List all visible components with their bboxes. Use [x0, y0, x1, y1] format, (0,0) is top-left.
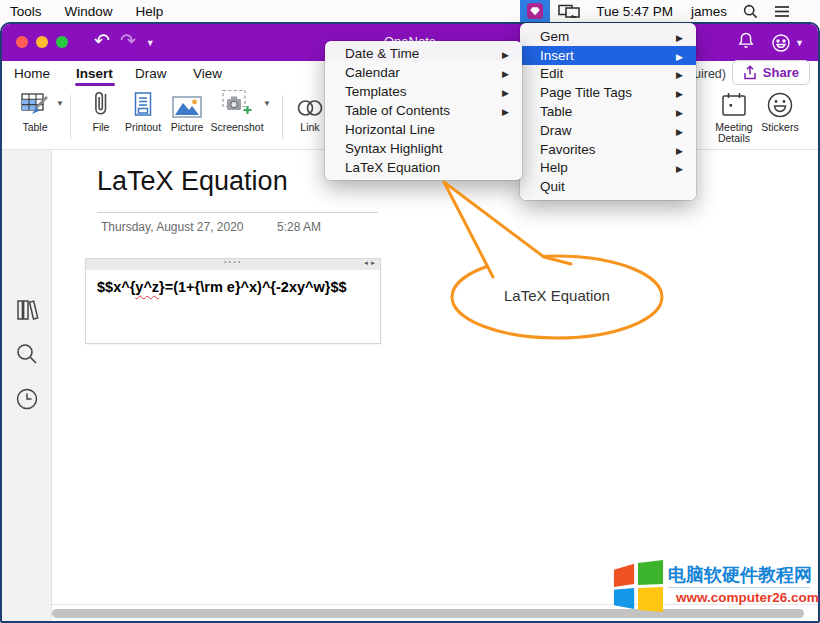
printout-icon	[120, 87, 166, 119]
notebooks-icon[interactable]	[15, 298, 39, 326]
gem-menu-item-edit[interactable]: Edit	[520, 65, 696, 84]
file-button[interactable]: File	[82, 87, 120, 133]
redo-icon[interactable]: ↷	[120, 29, 136, 52]
table-button[interactable]: Table ▼	[10, 87, 60, 133]
table-icon	[10, 87, 60, 119]
close-window-button[interactable]	[16, 36, 28, 48]
menubar-item-window[interactable]: Window	[65, 4, 126, 19]
page-title[interactable]: LaTeX Equation	[97, 166, 288, 197]
tab-draw[interactable]: Draw	[135, 66, 167, 81]
link-icon	[290, 87, 330, 119]
account-chevron-icon: ▼	[795, 38, 804, 48]
share-button[interactable]: Share	[732, 60, 810, 85]
submenu-arrow-icon	[673, 104, 683, 119]
watermark-divider	[668, 587, 810, 588]
submenu-arrow-icon	[499, 84, 509, 99]
undo-icon[interactable]: ↶	[94, 29, 110, 52]
submenu-item-horizontal-line[interactable]: Horizontal Line	[325, 120, 522, 139]
spotlight-search-icon[interactable]	[743, 4, 758, 19]
share-icon	[743, 65, 757, 80]
callout-label: LaTeX Equation	[457, 287, 657, 304]
submenu-arrow-icon	[499, 103, 509, 118]
search-icon[interactable]	[15, 342, 39, 370]
tab-view[interactable]: View	[193, 66, 222, 81]
paperclip-icon	[82, 87, 120, 119]
menubar-item-tools[interactable]: Tools	[10, 4, 55, 19]
printout-button[interactable]: Printout	[120, 87, 166, 133]
submenu-item-templates[interactable]: Templates	[325, 82, 522, 101]
stickers-icon	[758, 87, 802, 119]
gem-menu-item-table[interactable]: Table	[520, 102, 696, 121]
submenu-arrow-icon	[673, 48, 683, 63]
stickers-button[interactable]: Stickers	[758, 87, 802, 133]
screenshot-chevron-icon[interactable]: ▼	[263, 99, 271, 108]
submenu-arrow-icon	[673, 142, 683, 157]
gem-menu-item-favorites[interactable]: Favorites	[520, 140, 696, 159]
latex-equation-text[interactable]: $$x^{y^z}=(1+{\rm e}^x)^{-2xy^w}$$	[86, 270, 380, 295]
active-tab-underline	[75, 83, 115, 86]
notifications-bell-icon[interactable]	[737, 31, 755, 55]
quick-access-chevron-icon[interactable]: ▼	[146, 38, 155, 48]
submenu-arrow-icon	[673, 29, 683, 44]
submenu-arrow-icon	[673, 66, 683, 81]
note-container-drag-handle[interactable]	[86, 259, 380, 270]
menubar-item-help[interactable]: Help	[136, 4, 177, 19]
note-container[interactable]: $$x^{y^z}=(1+{\rm e}^x)^{-2xy^w}$$	[85, 258, 381, 344]
gem-menu-item-page-title-tags[interactable]: Page Title Tags	[520, 83, 696, 102]
recent-notes-clock-icon[interactable]	[15, 387, 39, 415]
displays-status-icon[interactable]	[558, 4, 582, 19]
submenu-item-syntax-highlight[interactable]: Syntax Highlight	[325, 139, 522, 158]
account-smiley-icon[interactable]: ▼	[771, 33, 804, 53]
submenu-item-latex-equation[interactable]: LaTeX Equation	[325, 158, 522, 177]
table-chevron-icon[interactable]: ▼	[56, 99, 64, 108]
page-date: Thursday, August 27, 2020	[101, 220, 244, 234]
meeting-details-icon	[710, 87, 758, 119]
gem-icon	[527, 3, 543, 19]
gem-statusbar-icon[interactable]	[520, 0, 550, 22]
gem-menu-item-insert[interactable]: Insert	[520, 46, 696, 65]
watermark-logo-icon	[612, 559, 664, 617]
page-canvas[interactable]: LaTeX Equation Thursday, August 27, 2020…	[53, 150, 818, 621]
tab-home[interactable]: Home	[14, 66, 50, 81]
zoom-window-button[interactable]	[56, 36, 68, 48]
submenu-arrow-icon	[499, 65, 509, 80]
gem-menu-item-help[interactable]: Help	[520, 159, 696, 178]
gem-menu-item-gem[interactable]: Gem	[520, 27, 696, 46]
submenu-item-date-time[interactable]: Date & Time	[325, 44, 522, 63]
clipped-upgrade-text: uired)	[694, 67, 726, 81]
submenu-arrow-icon	[673, 160, 683, 175]
left-sidebar	[2, 150, 52, 621]
page-time: 5:28 AM	[277, 220, 321, 234]
picture-icon	[166, 87, 208, 119]
macos-menubar: Tools Window Help Tue 5:47 PM james	[0, 0, 820, 22]
gem-menu: Gem Insert Edit Page Title Tags Table Dr…	[520, 23, 696, 200]
misspelled-segment: y^z	[135, 279, 159, 295]
watermark-url[interactable]: www.computer26.com	[676, 590, 819, 605]
minimize-window-button[interactable]	[36, 36, 48, 48]
menubar-clock[interactable]: Tue 5:47 PM	[596, 4, 673, 19]
submenu-arrow-icon	[673, 85, 683, 100]
link-button[interactable]: Link	[290, 87, 330, 133]
gem-menu-item-quit[interactable]: Quit	[520, 177, 696, 196]
horizontal-scrollbar[interactable]	[52, 609, 804, 618]
watermark-title: 电脑软硬件教程网	[668, 563, 812, 587]
gem-menu-item-draw[interactable]: Draw	[520, 121, 696, 140]
picture-button[interactable]: Picture	[166, 87, 208, 133]
submenu-arrow-icon	[499, 46, 509, 61]
menubar-user[interactable]: james	[691, 4, 727, 19]
title-divider	[97, 212, 378, 213]
submenu-item-calendar[interactable]: Calendar	[325, 63, 522, 82]
submenu-item-table-of-contents[interactable]: Table of Contents	[325, 101, 522, 120]
submenu-arrow-icon	[673, 123, 683, 138]
tab-insert[interactable]: Insert	[76, 66, 113, 81]
meeting-details-button[interactable]: Meeting Details	[710, 87, 758, 144]
notification-center-icon[interactable]	[774, 5, 790, 18]
screenshot-button[interactable]: Screenshot ▼	[208, 87, 266, 133]
screenshot-icon	[208, 87, 266, 119]
insert-submenu: Date & Time Calendar Templates Table of …	[325, 41, 522, 180]
